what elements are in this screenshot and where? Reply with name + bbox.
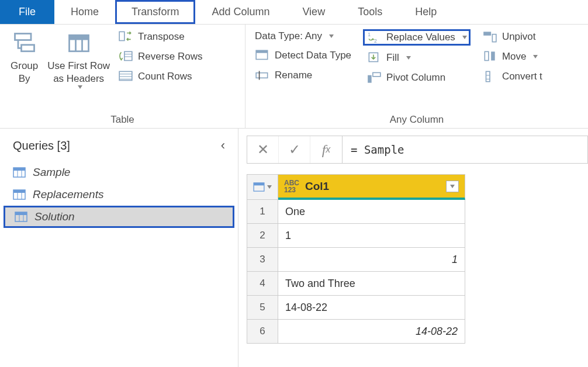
tab-view[interactable]: View — [286, 0, 341, 24]
query-item-sample[interactable]: Sample — [0, 161, 238, 184]
count-rows-button[interactable]: Count Rows — [115, 69, 206, 84]
column-header-col1[interactable]: ABC 123 Col1 — [278, 174, 465, 200]
chevron-down-icon — [462, 36, 467, 39]
rename-button[interactable]: Rename — [251, 68, 355, 83]
row-number[interactable]: 4 — [247, 272, 278, 296]
table-row[interactable]: 614-08-22 — [247, 320, 588, 344]
pivot-column-button[interactable]: Pivot Column — [363, 70, 471, 85]
fill-label: Fill — [386, 52, 399, 64]
transpose-icon — [118, 30, 133, 43]
table-row[interactable]: 4Two and Three — [247, 272, 588, 296]
group-by-label: Group By — [11, 60, 38, 85]
rename-icon — [255, 69, 270, 82]
tab-home[interactable]: Home — [54, 0, 115, 24]
reverse-rows-icon — [118, 50, 133, 63]
count-rows-icon — [118, 70, 133, 83]
use-first-row-label: Use First Row as Headers — [47, 60, 110, 85]
data-type-button[interactable]: Data Type: Any — [251, 29, 355, 43]
svg-rect-31 — [13, 168, 25, 171]
detect-type-icon — [255, 49, 270, 62]
table-icon — [13, 189, 26, 200]
svg-rect-39 — [15, 212, 27, 215]
tab-help[interactable]: Help — [399, 0, 453, 24]
queries-panel: Queries [3] ‹ Sample Replacements Soluti… — [0, 129, 238, 367]
svg-rect-21 — [368, 75, 372, 83]
grid-cell[interactable]: Two and Three — [278, 272, 465, 296]
transpose-label: Transpose — [138, 31, 185, 43]
svg-rect-26 — [491, 51, 495, 60]
chevron-down-icon — [406, 56, 411, 60]
collapse-panel-button[interactable]: ‹ — [221, 138, 225, 153]
pivot-icon — [366, 71, 382, 84]
move-button[interactable]: Move — [479, 49, 546, 64]
menu-tabs: File Home Transform Add Column View Tool… — [0, 0, 588, 25]
count-rows-label: Count Rows — [138, 71, 192, 82]
replace-values-button[interactable]: 12 Replace Values — [363, 29, 471, 46]
transpose-button[interactable]: Transpose — [115, 29, 206, 44]
table-row[interactable]: 1One — [247, 200, 588, 224]
unpivot-icon — [482, 30, 497, 43]
query-item-label: Sample — [33, 166, 70, 179]
query-item-label: Solution — [34, 210, 75, 223]
svg-rect-24 — [492, 34, 496, 42]
group-by-button[interactable]: Group By — [6, 28, 43, 88]
svg-rect-22 — [373, 72, 381, 76]
pivot-column-label: Pivot Column — [386, 72, 445, 84]
row-number[interactable]: 2 — [247, 224, 278, 248]
row-number[interactable]: 6 — [247, 320, 278, 344]
svg-rect-23 — [483, 32, 491, 36]
data-grid: ABC 123 Col1 1One21314Two and Three514-0… — [247, 174, 588, 344]
row-number[interactable]: 1 — [247, 200, 278, 224]
grid-cell[interactable]: One — [278, 200, 465, 224]
grid-cell[interactable]: 14-08-22 — [278, 320, 465, 344]
tab-add-column[interactable]: Add Column — [195, 0, 286, 24]
grid-corner-menu[interactable] — [247, 174, 278, 200]
formula-cancel-button[interactable]: ✕ — [247, 136, 279, 163]
grid-cell[interactable]: 1 — [278, 224, 465, 248]
fill-button[interactable]: Fill — [363, 50, 471, 65]
formula-accept-button[interactable]: ✓ — [279, 136, 310, 163]
chevron-down-icon — [267, 185, 272, 189]
svg-rect-7 — [124, 51, 132, 60]
convert-label: Convert t — [502, 71, 542, 82]
convert-button[interactable]: Convert t — [479, 69, 546, 84]
reverse-rows-button[interactable]: Reverse Rows — [115, 49, 206, 64]
unpivot-button[interactable]: Unpivot — [479, 29, 546, 44]
query-item-solution[interactable]: Solution — [4, 206, 234, 228]
chevron-down-icon — [329, 34, 334, 38]
grid-cell[interactable]: 14-08-22 — [278, 296, 465, 320]
fill-icon — [366, 51, 382, 64]
formula-input[interactable] — [343, 136, 588, 164]
reverse-rows-label: Reverse Rows — [138, 51, 203, 63]
table-row[interactable]: 21 — [247, 224, 588, 248]
data-type-label: Data Type: Any — [255, 30, 322, 42]
use-first-row-button[interactable]: Use First Row as Headers — [43, 28, 115, 91]
svg-rect-3 — [69, 35, 88, 40]
ribbon-group-anycolumn-label: Any Column — [251, 110, 582, 128]
table-icon — [253, 182, 265, 192]
row-number[interactable]: 3 — [247, 248, 278, 272]
svg-rect-25 — [485, 51, 489, 60]
row-number[interactable]: 5 — [247, 296, 278, 320]
tab-tools[interactable]: Tools — [341, 0, 399, 24]
formula-fx-button[interactable]: fx — [310, 136, 342, 163]
tab-transform[interactable]: Transform — [115, 0, 195, 24]
table-icon — [13, 167, 26, 178]
convert-icon — [482, 70, 497, 83]
tab-file[interactable]: File — [0, 0, 54, 24]
detect-data-type-button[interactable]: Detect Data Type — [251, 48, 355, 63]
svg-text:1: 1 — [368, 32, 371, 37]
replace-values-label: Replace Values — [386, 32, 455, 43]
table-row[interactable]: 514-08-22 — [247, 296, 588, 320]
query-item-replacements[interactable]: Replacements — [0, 184, 238, 206]
grid-cell[interactable]: 1 — [278, 248, 465, 272]
queries-title: Queries [3] — [13, 139, 70, 153]
svg-rect-16 — [256, 73, 268, 78]
formula-bar: ✕ ✓ fx — [247, 136, 588, 164]
table-icon — [15, 212, 27, 222]
svg-rect-43 — [254, 183, 264, 185]
column-filter-button[interactable] — [446, 181, 459, 192]
table-row[interactable]: 31 — [247, 248, 588, 272]
svg-rect-1 — [21, 45, 34, 51]
column-name-label: Col1 — [305, 180, 446, 193]
